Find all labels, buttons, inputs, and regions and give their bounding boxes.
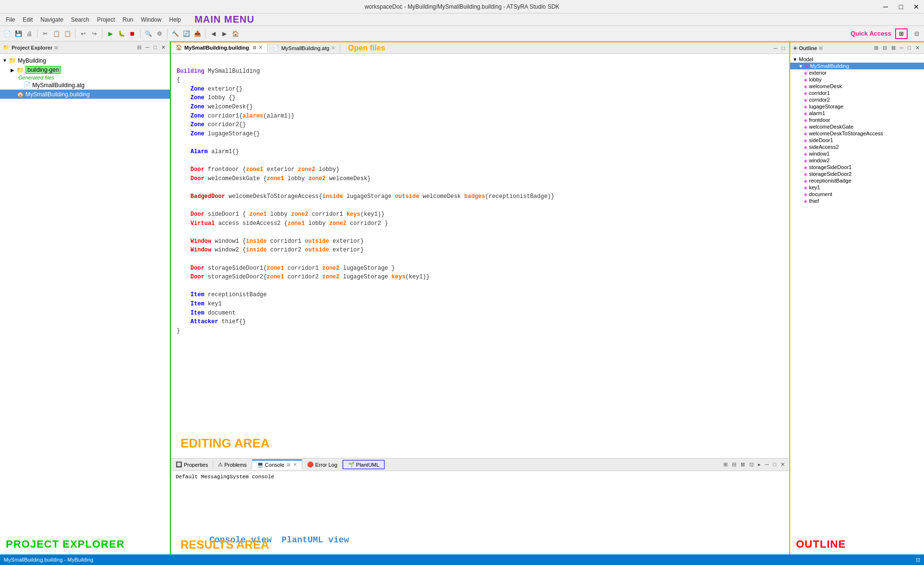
- outline-btn-1[interactable]: ⊞: [873, 44, 880, 52]
- outline-item-thief[interactable]: ◈ thief: [790, 197, 924, 204]
- plantuml-view-label: PlantUML view: [282, 535, 349, 545]
- perspective-button[interactable]: ⊞: [895, 28, 908, 39]
- pe-minimize-btn[interactable]: ─: [144, 44, 151, 51]
- outline-close-btn[interactable]: ✕: [914, 44, 921, 52]
- tb-cut-btn[interactable]: ✂: [40, 28, 51, 39]
- console-btn-1[interactable]: ⊞: [722, 461, 729, 468]
- outline-item-storagesidedoor2[interactable]: ◈ storageSideDoor2: [790, 171, 924, 177]
- menu-run[interactable]: Run: [119, 15, 137, 24]
- tb-copy-btn[interactable]: 📋: [51, 28, 62, 39]
- tb-save-btn[interactable]: 💾: [13, 28, 24, 39]
- outline-item-key1[interactable]: ◈ key1: [790, 184, 924, 191]
- outline-item-sidedoor1[interactable]: ◈ sideDoor1: [790, 137, 924, 144]
- tb-settings-btn[interactable]: ⚙: [154, 28, 165, 39]
- outline-item-model[interactable]: ▼ Model: [790, 56, 924, 63]
- tab-plantuml[interactable]: 🌱 PlantUML: [343, 460, 385, 469]
- editor-minimize-btn[interactable]: ─: [772, 45, 779, 52]
- tab-problems[interactable]: ⚠ Problems: [213, 460, 252, 469]
- tree-item-mybuilding[interactable]: ▼ 📁 MyBuilding: [0, 56, 170, 65]
- tb-back-btn[interactable]: ◀: [208, 28, 218, 39]
- minimize-button[interactable]: ─: [878, 0, 893, 13]
- menu-navigate[interactable]: Navigate: [37, 15, 67, 24]
- tab-building[interactable]: 🏠 MySmallBuilding.building ⊠ ✕: [171, 43, 268, 53]
- console-btn-4[interactable]: ⊡: [748, 461, 755, 468]
- tab-label-plantuml: PlantUML: [356, 462, 379, 468]
- outline-btn-3[interactable]: ⊠: [890, 44, 897, 52]
- tab-label-console: Console: [265, 462, 284, 468]
- outline-label-corridor2: corridor2: [809, 97, 830, 103]
- outline-item-corridor2[interactable]: ◈ corridor2: [790, 96, 924, 103]
- outline-label-document: document: [809, 191, 832, 197]
- window-title: workspaceDoc - MyBuilding/MySmallBuildin…: [365, 3, 560, 10]
- tab-properties[interactable]: 🔲 Properties: [171, 460, 213, 469]
- tab-close-console[interactable]: ✕: [293, 462, 297, 467]
- outline-item-receptionistbadge[interactable]: ◈ receptionistBadge: [790, 177, 924, 184]
- tb-build-btn[interactable]: 🔨: [170, 28, 180, 39]
- tab-close-building[interactable]: ✕: [258, 45, 262, 50]
- tb-print-btn[interactable]: 🖨: [24, 28, 35, 39]
- toolbar-sep-1: [37, 29, 38, 39]
- outline-item-welcomedeskstorageaccess[interactable]: ◈ welcomeDeskToStorageAccess: [790, 130, 924, 137]
- menu-search[interactable]: Search: [67, 15, 93, 24]
- pe-collapse-btn[interactable]: ⊟: [136, 44, 143, 51]
- quick-access-label: Quick Access: [850, 30, 891, 37]
- outline-item-corridor1[interactable]: ◈ corridor1: [790, 90, 924, 96]
- outline-item-welcomedesk[interactable]: ◈ welcomeDesk: [790, 83, 924, 90]
- tab-atg[interactable]: 📄 MySmallBuilding.atg ✕: [268, 44, 340, 52]
- tb-stop-btn[interactable]: ⏹: [127, 28, 138, 39]
- tab-close-atg[interactable]: ✕: [331, 45, 335, 51]
- outline-item-lobby[interactable]: ◈ lobby: [790, 76, 924, 83]
- outline-item-lugagestorage[interactable]: ◈ lugageStorage: [790, 103, 924, 110]
- menu-help[interactable]: Help: [166, 15, 185, 24]
- tree-item-building-gen[interactable]: ▶ 📁 building-gen: [0, 65, 170, 75]
- console-close-btn[interactable]: ✕: [779, 461, 786, 468]
- toolbar-right-btn-1[interactable]: ⊟: [911, 28, 922, 39]
- menu-file[interactable]: File: [2, 15, 19, 24]
- outline-item-exterior[interactable]: ◈ exterior: [790, 69, 924, 76]
- outline-minimize-btn[interactable]: ─: [898, 44, 905, 52]
- outline-label-thief: thief: [809, 198, 819, 204]
- tree-item-building[interactable]: ▶ 🏠 MySmallBuilding.building: [0, 90, 170, 99]
- pe-close-btn[interactable]: ✕: [160, 44, 167, 51]
- console-expand-btn[interactable]: ▸: [757, 461, 762, 468]
- tb-deploy-btn[interactable]: 📤: [192, 28, 203, 39]
- diamond-icon: ◈: [804, 91, 808, 96]
- console-maximize-btn[interactable]: □: [771, 461, 778, 468]
- tb-paste-btn[interactable]: 📋: [62, 28, 73, 39]
- tb-redo-btn[interactable]: ↪: [89, 28, 100, 39]
- code-editor[interactable]: Building MySmallBuilding { Zone exterior…: [171, 54, 789, 458]
- tb-new-btn[interactable]: 📄: [2, 28, 13, 39]
- close-button[interactable]: ✕: [909, 0, 924, 13]
- outline-label-building: MySmallBuilding: [810, 63, 849, 69]
- console-btn-2[interactable]: ⊟: [731, 461, 738, 468]
- tb-refresh-btn[interactable]: 🔄: [181, 28, 192, 39]
- menu-project[interactable]: Project: [93, 15, 118, 24]
- tab-errorlog[interactable]: 🔴 Error Log: [302, 460, 343, 469]
- console-minimize-btn[interactable]: ─: [764, 461, 770, 468]
- maximize-button[interactable]: □: [893, 0, 909, 13]
- menu-window[interactable]: Window: [137, 15, 166, 24]
- tb-home-btn[interactable]: 🏠: [230, 28, 241, 39]
- outline-btn-2[interactable]: ⊟: [881, 44, 888, 52]
- outline-item-alarm1[interactable]: ◈ alarm1: [790, 110, 924, 117]
- outline-item-document[interactable]: ◈ document: [790, 191, 924, 197]
- outline-item-window2[interactable]: ◈ window2: [790, 157, 924, 164]
- tb-search-btn[interactable]: 🔍: [143, 28, 154, 39]
- outline-item-mysmallbuilding[interactable]: ▼ ◈ MySmallBuilding: [790, 63, 924, 69]
- tb-undo-btn[interactable]: ↩: [78, 28, 89, 39]
- outline-item-frontdoor[interactable]: ◈ frontdoor: [790, 117, 924, 123]
- outline-item-window1[interactable]: ◈ window1: [790, 150, 924, 157]
- tab-console[interactable]: 💻 Console ⊠ ✕: [252, 460, 302, 470]
- editor-maximize-btn[interactable]: □: [780, 45, 786, 52]
- tb-debug-btn[interactable]: 🐛: [116, 28, 127, 39]
- outline-item-storagesidedoor1[interactable]: ◈ storageSideDoor1: [790, 164, 924, 171]
- console-btn-3[interactable]: ⊠: [739, 461, 746, 468]
- tree-item-atg[interactable]: ▶ 📄 MySmallBuilding.atg: [0, 80, 170, 90]
- outline-item-sideaccess2[interactable]: ◈ sideAccess2: [790, 144, 924, 150]
- outline-item-welcomedeskgate[interactable]: ◈ welcomeDeskGate: [790, 123, 924, 130]
- tb-run-btn[interactable]: ▶: [105, 28, 116, 39]
- menu-edit[interactable]: Edit: [19, 15, 37, 24]
- pe-maximize-btn[interactable]: □: [152, 44, 158, 51]
- tb-forward-btn[interactable]: ▶: [219, 28, 230, 39]
- outline-maximize-btn[interactable]: □: [906, 44, 912, 52]
